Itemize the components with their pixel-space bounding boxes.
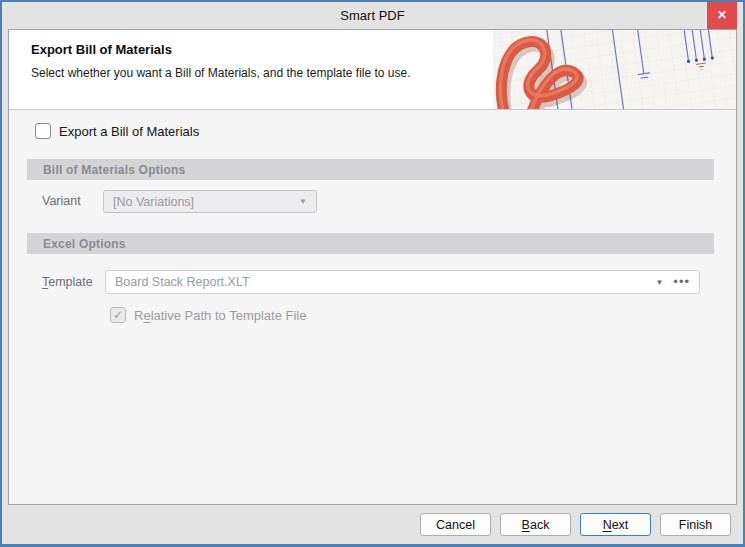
check-icon: ✓ — [113, 308, 123, 322]
relative-path-checkbox: ✓ — [110, 307, 126, 323]
template-value: Board Stack Report.XLT — [115, 275, 655, 289]
next-button[interactable]: Next — [580, 513, 651, 536]
section-bom-options-title: Bill of Materials Options — [43, 163, 185, 177]
wizard-body: Export a Bill of Materials Bill of Mater… — [9, 110, 736, 503]
section-bom-options: Bill of Materials Options — [27, 159, 714, 180]
close-icon: ✕ — [717, 8, 727, 22]
ellipsis-icon: ••• — [673, 274, 690, 289]
smart-pdf-dialog: Smart PDF ✕ Export Bill of Materials Sel… — [0, 0, 745, 547]
wizard-panel: Export Bill of Materials Select whether … — [8, 29, 737, 505]
template-browse-button[interactable]: ••• — [673, 277, 690, 287]
finish-button[interactable]: Finish — [660, 513, 731, 536]
section-excel-options-title: Excel Options — [43, 237, 126, 251]
template-combo[interactable]: Board Stack Report.XLT ▼ ••• — [105, 270, 700, 294]
export-bom-checkbox-label: Export a Bill of Materials — [59, 124, 199, 139]
back-button[interactable]: Back — [500, 513, 571, 536]
section-excel-options: Excel Options — [27, 233, 714, 254]
close-button[interactable]: ✕ — [707, 2, 737, 29]
export-bom-checkbox-row[interactable]: Export a Bill of Materials — [35, 123, 199, 139]
wizard-header: Export Bill of Materials Select whether … — [9, 30, 736, 110]
template-label: Template — [42, 275, 93, 289]
variant-value: [No Variations] — [113, 195, 299, 209]
window-title: Smart PDF — [340, 8, 404, 23]
cancel-button[interactable]: Cancel — [420, 513, 491, 536]
pdf-ribbon-graphic — [493, 30, 736, 110]
chevron-down-icon: ▼ — [299, 197, 307, 206]
relative-path-checkbox-row: ✓ Relative Path to Template File — [110, 307, 306, 323]
variant-label: Variant — [42, 194, 81, 208]
chevron-down-icon[interactable]: ▼ — [655, 278, 663, 287]
titlebar[interactable]: Smart PDF — [2, 2, 743, 29]
footer-button-bar: Cancel Back Next Finish — [2, 505, 743, 544]
page-title: Export Bill of Materials — [31, 42, 172, 57]
variant-dropdown: [No Variations] ▼ — [103, 190, 317, 213]
export-bom-checkbox[interactable] — [35, 123, 51, 139]
relative-path-checkbox-label: Relative Path to Template File — [134, 308, 306, 323]
page-subtitle: Select whether you want a Bill of Materi… — [31, 66, 411, 80]
